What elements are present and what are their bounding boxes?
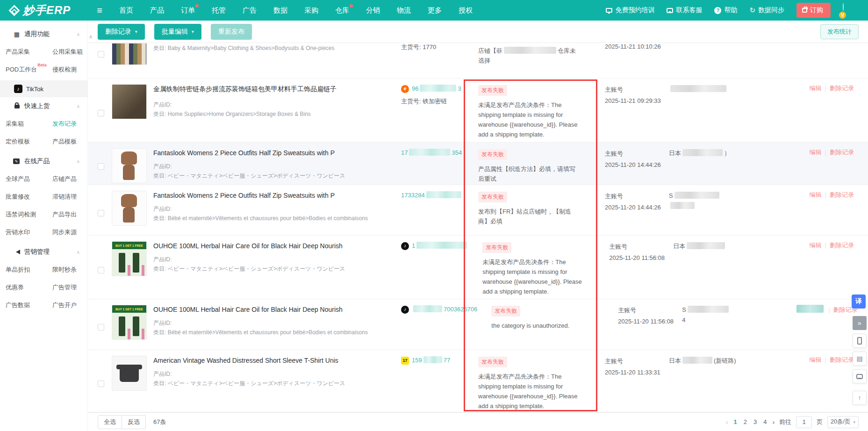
page-size-select[interactable]: 20条/页▾ [827, 416, 859, 428]
sidebar-item-collect-box[interactable]: 采集箱 [6, 115, 52, 133]
section-online-products[interactable]: ✎ 在线产品 ∧ [0, 152, 87, 170]
row-checkbox[interactable] [98, 267, 104, 273]
row-checkbox[interactable] [98, 210, 104, 216]
platform-id-link[interactable]: 7003625706 [412, 305, 477, 314]
section-marketing[interactable]: 营销管理 ∧ [0, 243, 87, 261]
sidebar-item-ads-data[interactable]: 广告数据 [6, 296, 52, 314]
edit-link[interactable]: 编辑 [810, 149, 822, 156]
main-content: ∧ 删除记录▾ 批量编辑▾ 重新发布 发布统计 产品ID: 类目: Baby &… [88, 21, 868, 431]
menu-hosting[interactable]: 托管 [207, 6, 230, 15]
row-checkbox[interactable] [98, 110, 104, 116]
menu-authorization[interactable]: 授权 [454, 6, 477, 15]
feedback-button[interactable] [853, 369, 867, 383]
edit-link[interactable]: 编辑 [810, 356, 822, 363]
sidebar-item-banned-words-check[interactable]: 违禁词检测 [6, 206, 52, 223]
collapse-panel-button[interactable]: » [853, 316, 867, 330]
sidebar-item-flash-sale[interactable]: 限时秒杀 [52, 261, 87, 279]
free-training-link[interactable]: 免费预约培训 [606, 6, 654, 14]
data-sync-link[interactable]: ↻数据同步 [749, 6, 784, 14]
menu-orders[interactable]: 订单 [176, 6, 200, 15]
sidebar-item-pod-workbench[interactable]: POD工作台Beta [6, 61, 52, 79]
platform-id-link[interactable]: 1733284 [401, 191, 463, 200]
section-general-功能[interactable]: ▦ 通用功能 ∧ [0, 25, 87, 43]
delete-records-button[interactable]: 删除记录▾ [98, 24, 145, 40]
next-page-icon[interactable]: › [772, 418, 775, 426]
sidebar-item-pricing-template[interactable]: 定价模板 [6, 133, 52, 151]
sidebar-item-product-collect[interactable]: 产品采集 [6, 43, 52, 61]
page-1[interactable]: 1 [732, 418, 738, 425]
delete-record-link[interactable]: 删除记录 [830, 356, 854, 363]
edit-link[interactable]: 编辑 [810, 242, 822, 249]
row-checkbox[interactable] [98, 324, 104, 330]
page-3[interactable]: 3 [753, 418, 758, 425]
sidebar-item-ads-account[interactable]: 广告开户 [52, 296, 87, 314]
menu-products[interactable]: 产品 [145, 6, 169, 15]
menu-purchase[interactable]: 采购 [300, 6, 323, 15]
delete-record-link[interactable]: 删除记录 [830, 242, 854, 249]
product-title[interactable]: American Vintage Washed Distressed Short… [153, 356, 392, 365]
sidebar-item-infringement-check[interactable]: 侵权检测 [52, 61, 87, 79]
subscribe-button[interactable]: 订购 [796, 3, 831, 18]
delete-record-link[interactable]: 删除记录 [830, 191, 854, 198]
batch-edit-button[interactable]: 批量编辑▾ [154, 24, 201, 40]
sidebar-item-product-template[interactable]: 产品模板 [52, 133, 87, 151]
product-title[interactable]: OUHOE 100ML Herbal Hair Care Oil for Bla… [153, 305, 392, 314]
sidebar-item-batch-modify[interactable]: 批量修改 [6, 188, 52, 206]
mobile-preview-button[interactable] [853, 334, 867, 348]
prev-page-icon[interactable]: ‹ [726, 418, 728, 426]
menu-distribution[interactable]: 分销 [361, 6, 385, 15]
sidebar-item-slow-moving-clear[interactable]: 滞销清理 [52, 188, 87, 206]
invert-selection-button[interactable]: 反选 [122, 415, 146, 429]
platform-id-link[interactable]: 1 [412, 241, 468, 251]
menu-ads[interactable]: 广告 [238, 6, 261, 15]
menu-more[interactable]: 更多 [423, 6, 446, 15]
sidebar-item-publish-records[interactable]: 发布记录 [52, 115, 87, 133]
sidebar-item-store-products[interactable]: 店铺产品 [52, 170, 87, 188]
contact-support-link[interactable]: 联系客服 [667, 6, 702, 14]
edit-link[interactable]: 编辑 [810, 85, 822, 92]
row-checkbox[interactable] [98, 163, 104, 170]
section-quick-listing[interactable]: 快速上货 ∧ [0, 97, 87, 115]
sidebar-item-single-discount[interactable]: 单品折扣 [6, 261, 52, 279]
help-link[interactable]: ?帮助 [714, 6, 737, 14]
delete-record-link[interactable]: 删除记录 [830, 149, 854, 156]
product-title[interactable]: 金属铁制特密链条步摇流苏装饰链箱包美甲材料手工饰品扁链子 [153, 84, 392, 93]
hamburger-icon[interactable]: ≡ [97, 5, 102, 16]
1688-icon: e [401, 85, 409, 93]
user-avatar[interactable]: V [843, 3, 857, 17]
back-to-top-button[interactable]: ↑ [853, 391, 867, 405]
menu-warehouse[interactable]: 仓库 [330, 6, 354, 15]
product-title[interactable]: Fantaslook Womens 2 Piece Outfits Half Z… [153, 191, 392, 200]
product-title[interactable]: Fantaslook Womens 2 Piece Outfits Half Z… [153, 148, 392, 158]
translate-button[interactable]: 译 [852, 295, 866, 309]
collapse-toggle[interactable]: ∧ [89, 34, 93, 40]
sidebar-item-coupons[interactable]: 优惠券 [6, 279, 52, 296]
sidebar-item-global-products[interactable]: 全球产品 [6, 170, 52, 188]
page-2[interactable]: 2 [743, 418, 748, 425]
select-all-button[interactable]: 全选 [98, 415, 122, 429]
row-checkbox[interactable] [98, 381, 104, 387]
menu-logistics[interactable]: 物流 [392, 6, 416, 15]
sync-icon: ↻ [749, 6, 755, 14]
menu-data[interactable]: 数据 [269, 6, 292, 15]
menu-home[interactable]: 首页 [115, 6, 138, 15]
platform-id-link[interactable]: 15977 [412, 356, 450, 365]
sidebar-item-ads-management[interactable]: 广告管理 [52, 279, 87, 296]
platform-id-link[interactable]: 963 [412, 84, 461, 93]
product-title[interactable]: OUHOE 100ML Herbal Hair Care Oil for Bla… [153, 241, 392, 251]
platform-id-link[interactable]: 17354 [401, 148, 462, 158]
republish-button[interactable]: 重新发布 [211, 24, 252, 40]
sidebar-item-product-export[interactable]: 产品导出 [52, 206, 87, 223]
delete-record-link[interactable]: 删除记录 [830, 85, 854, 92]
sidebar-item-tiktok[interactable]: ♪ TikTok [0, 80, 87, 97]
row-checkbox[interactable] [98, 51, 104, 57]
sidebar-item-sync-source[interactable]: 同步来源 [52, 223, 87, 241]
guide-panel-button[interactable]: ▤ [853, 352, 867, 366]
page-number-input[interactable] [796, 416, 812, 428]
sidebar-item-marketing-watermark[interactable]: 营销水印 [6, 223, 52, 241]
sidebar-item-public-collect-box[interactable]: 公用采集箱 [52, 43, 87, 61]
publish-stats-button[interactable]: 发布统计 [820, 24, 859, 39]
edit-link[interactable]: 编辑 [810, 191, 822, 198]
table-row: 产品ID: 类目: Baby & Maternity>Baby Clothing… [88, 43, 868, 79]
page-4[interactable]: 4 [762, 418, 768, 425]
